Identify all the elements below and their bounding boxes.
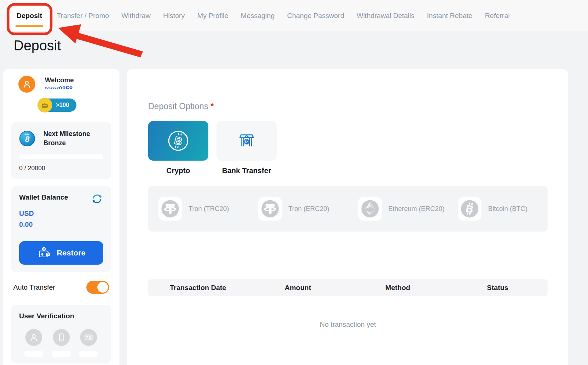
vip-level-badge: >100 bbox=[39, 99, 76, 112]
avatar bbox=[18, 76, 35, 93]
verification-status-pill bbox=[79, 351, 98, 357]
svg-text:8: 8 bbox=[25, 135, 30, 144]
bank-transfer-label: Bank Transfer bbox=[216, 167, 277, 175]
crypto-option-bitcoin-btc[interactable]: B Bitcoin (BTC) bbox=[448, 197, 548, 221]
nav-tab-transfer-promo[interactable]: Transfer / Promo bbox=[51, 0, 115, 31]
nav-tab-label: Withdraw bbox=[122, 12, 151, 20]
ethereum-icon bbox=[358, 197, 382, 221]
verification-phone bbox=[52, 329, 71, 357]
nav-tab-withdrawal-details[interactable]: Withdrawal Details bbox=[350, 0, 420, 31]
wallet-balance-card: Wallet Balance USD 0.00 $ Restore bbox=[11, 186, 111, 272]
deposit-panel: Deposit Options* B bbox=[127, 69, 568, 365]
deposit-method-bank-transfer[interactable]: $ bbox=[216, 121, 277, 161]
nav-tab-label: Change Password bbox=[287, 12, 344, 20]
verification-status-pill bbox=[52, 351, 71, 357]
bitcoin-circle-icon: B bbox=[165, 128, 191, 154]
empty-transactions-message: No transaction yet bbox=[148, 321, 548, 329]
milestone-progress-text: 0 / 20000 bbox=[19, 165, 103, 172]
milestone-card: 8 Next Milestone Bronze 0 / 20000 bbox=[11, 122, 111, 179]
bank-icon: $ bbox=[236, 130, 257, 151]
refresh-balance-button[interactable] bbox=[91, 193, 103, 207]
svg-text:$: $ bbox=[245, 139, 248, 144]
nav-tab-label: My Profile bbox=[197, 12, 228, 20]
wallet-currency: USD bbox=[19, 210, 103, 218]
svg-text:B: B bbox=[173, 134, 183, 147]
wallet-amount: 0.00 bbox=[19, 221, 103, 229]
deposit-options-heading: Deposit Options* bbox=[148, 101, 548, 111]
profile-verification-icon[interactable] bbox=[25, 329, 42, 346]
nav-tab-withdraw[interactable]: Withdraw bbox=[115, 0, 157, 31]
nav-tab-label: Withdrawal Details bbox=[356, 12, 414, 20]
id-card-verification-icon[interactable] bbox=[80, 329, 97, 346]
nav-tab-label: Transfer / Promo bbox=[57, 12, 109, 20]
verification-id bbox=[79, 329, 98, 357]
username-text: tomr0358 bbox=[45, 85, 74, 89]
nav-tab-my-profile[interactable]: My Profile bbox=[191, 0, 234, 31]
nav-tab-messaging[interactable]: Messaging bbox=[234, 0, 281, 31]
deposit-method-crypto[interactable]: B bbox=[148, 121, 208, 161]
column-method: Method bbox=[348, 284, 448, 292]
milestone-progress-bar bbox=[19, 154, 103, 159]
column-amount: Amount bbox=[248, 284, 348, 292]
tether-icon bbox=[158, 197, 182, 221]
nav-tab-label: Instant Rebate bbox=[427, 12, 473, 20]
column-transaction-date: Transaction Date bbox=[148, 284, 248, 292]
welcome-greeting: Welcome bbox=[45, 76, 74, 84]
auto-transfer-row: Auto Transfer bbox=[11, 281, 111, 294]
crypto-option-ethereum-erc20[interactable]: Ethereum (ERC20) bbox=[348, 197, 448, 221]
account-sidebar: Welcome tomr0358 >100 8 Next Milestone bbox=[3, 69, 119, 365]
nav-tab-label: Referral bbox=[485, 12, 510, 20]
page-title: Deposit bbox=[14, 38, 61, 54]
milestone-title: Next Milestone bbox=[43, 129, 90, 139]
nav-tab-label: Messaging bbox=[241, 12, 275, 20]
nav-tab-label: History bbox=[163, 12, 185, 20]
person-icon bbox=[22, 79, 32, 89]
transactions-table-header: Transaction Date Amount Method Status bbox=[148, 279, 548, 296]
svg-text:$: $ bbox=[43, 247, 45, 250]
nav-tab-change-password[interactable]: Change Password bbox=[281, 0, 350, 31]
nav-tab-history[interactable]: History bbox=[157, 0, 191, 31]
wallet-icon: $ bbox=[37, 246, 51, 260]
required-asterisk: * bbox=[211, 101, 214, 111]
refresh-icon bbox=[91, 193, 103, 205]
phone-verification-icon[interactable] bbox=[53, 329, 70, 346]
nav-tab-label: Deposit bbox=[17, 12, 42, 20]
restore-button[interactable]: $ Restore bbox=[19, 241, 103, 265]
crypto-option-tron-trc20[interactable]: Tron (TRC20) bbox=[148, 197, 248, 221]
coin-icon: 8 bbox=[19, 130, 35, 147]
top-navigation: Deposit Transfer / Promo Withdraw Histor… bbox=[0, 0, 588, 31]
restore-button-label: Restore bbox=[57, 248, 85, 257]
verification-profile bbox=[24, 329, 43, 357]
nav-tab-referral[interactable]: Referral bbox=[478, 0, 516, 31]
column-status: Status bbox=[448, 284, 548, 292]
crypto-option-tron-erc20[interactable]: Tron (ERC20) bbox=[248, 197, 348, 221]
user-verification-title: User Verification bbox=[19, 312, 103, 320]
welcome-section: Welcome tomr0358 bbox=[11, 76, 111, 93]
vip-level-value: >100 bbox=[56, 102, 69, 108]
crypto-label: Crypto bbox=[148, 167, 208, 175]
toggle-knob bbox=[97, 282, 108, 293]
verification-status-pill bbox=[24, 351, 43, 357]
milestone-level: Bronze bbox=[43, 139, 90, 148]
crown-icon bbox=[37, 98, 52, 112]
auto-transfer-toggle[interactable] bbox=[86, 281, 109, 294]
user-verification-card: User Verification bbox=[11, 305, 111, 364]
tether-icon bbox=[258, 197, 282, 221]
bitcoin-icon: B bbox=[458, 197, 481, 221]
nav-tab-deposit[interactable]: Deposit bbox=[8, 0, 51, 31]
crypto-currency-options: Tron (TRC20) Tron (ERC20) bbox=[148, 186, 548, 232]
nav-tab-instant-rebate[interactable]: Instant Rebate bbox=[421, 0, 479, 31]
auto-transfer-label: Auto Transfer bbox=[13, 283, 55, 291]
wallet-balance-title: Wallet Balance bbox=[19, 193, 68, 201]
